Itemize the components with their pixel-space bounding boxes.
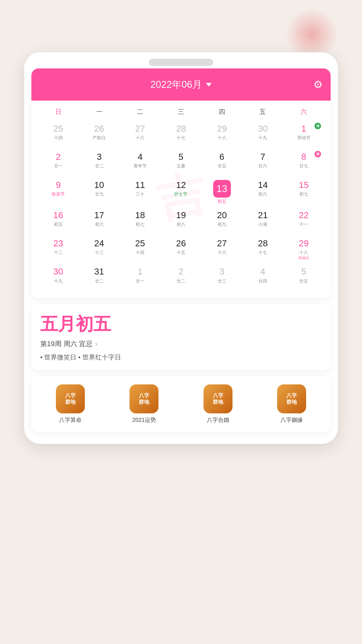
weekday-tue: 二 <box>119 105 160 120</box>
tool-label-4: 八字姻缘 <box>280 417 303 424</box>
day-cell[interactable]: 28十七 <box>160 121 202 149</box>
day-cell[interactable]: 28十七 <box>243 236 284 263</box>
week-info[interactable]: 第19周 周六 宜忌 › <box>40 339 322 349</box>
calendar-header: 2022年06月 ⚙ <box>31 68 331 101</box>
day-cell[interactable]: 21小满 <box>243 208 284 235</box>
day-cell[interactable]: 24十三 <box>79 236 120 263</box>
day-cell[interactable]: 27十六 <box>119 121 160 149</box>
day-cell[interactable]: 5廿五 <box>283 264 324 291</box>
phone-frame: 2022年06月 ⚙ 吉 日 一 二 三 四 五 六 25十四 26产权日 <box>24 52 338 444</box>
day-cell[interactable]: 班 8 廿七 <box>283 149 324 177</box>
day-cell[interactable]: 31廿二 <box>79 264 120 291</box>
day-cell[interactable]: 12护士节 <box>160 178 202 207</box>
day-cell[interactable]: 休 1 劳动节 <box>283 121 324 149</box>
festivals-text: • 世界微笑日 • 世界红十字日 <box>40 353 322 362</box>
day-cell[interactable]: 27十六 <box>202 236 243 263</box>
tools-grid: 八字算命 2021运势 八字合婚 八字姻缘 <box>35 384 327 424</box>
tool-item-2[interactable]: 2021运势 <box>109 384 179 424</box>
status-bar <box>24 52 338 68</box>
week-info-text: 第19周 周六 宜忌 <box>40 339 93 349</box>
weekday-sat: 六 <box>283 105 324 120</box>
day-cell[interactable]: 1廿一 <box>119 264 160 291</box>
tool-icon-4[interactable] <box>277 384 306 413</box>
tool-label-3: 八字合婚 <box>207 417 229 424</box>
weekday-thu: 四 <box>202 105 243 120</box>
workday-badge: 班 <box>315 151 321 157</box>
gear-icon[interactable]: ⚙ <box>313 78 323 91</box>
day-cell[interactable]: 25十四 <box>119 236 160 263</box>
day-cell[interactable]: 22十一 <box>283 208 324 235</box>
calendar-body: 吉 日 一 二 三 四 五 六 25十四 26产权日 27十六 28十七 29十… <box>31 101 331 298</box>
day-cell[interactable]: 29 十八 环保日 <box>283 236 324 263</box>
day-cell[interactable]: 2廿二 <box>160 264 202 291</box>
month-label: 2022年06月 <box>150 78 202 91</box>
day-cell[interactable]: 3廿三 <box>202 264 243 291</box>
today-cell[interactable]: 13 初五 <box>202 178 243 207</box>
day-cell[interactable]: 25十四 <box>38 121 79 149</box>
day-cell[interactable]: 4廿四 <box>243 264 284 291</box>
day-cell[interactable]: 2廿一 <box>38 149 79 177</box>
day-cell[interactable]: 5立夏 <box>160 149 202 177</box>
calendar-grid: 25十四 26产权日 27十六 28十七 29十八 30十九 休 1 劳动节 2… <box>38 121 324 291</box>
day-cell[interactable]: 20初九 <box>202 208 243 235</box>
day-cell[interactable]: 3廿二 <box>79 149 120 177</box>
weekday-mon: 一 <box>79 105 120 120</box>
weekday-wed: 三 <box>160 105 202 120</box>
tool-icon-2[interactable] <box>130 384 158 413</box>
tool-item-4[interactable]: 八字姻缘 <box>257 384 327 424</box>
arrow-right-icon: › <box>95 340 97 348</box>
notch <box>149 59 213 66</box>
tool-label-1: 八字算命 <box>59 417 82 424</box>
day-cell[interactable]: 19初八 <box>160 208 202 235</box>
day-cell[interactable]: 7廿六 <box>243 149 284 177</box>
day-cell[interactable]: 29十八 <box>202 121 243 149</box>
day-cell[interactable]: 16初五 <box>38 208 79 235</box>
lunar-date: 五月初五 <box>40 312 322 336</box>
tools-section: 八字算命 2021运势 八字合婚 八字姻缘 <box>31 376 331 432</box>
day-cell[interactable]: 4青年节 <box>119 149 160 177</box>
day-cell[interactable]: 10廿九 <box>79 178 120 207</box>
day-cell[interactable]: 15初七 <box>283 178 324 207</box>
day-cell[interactable]: 30十九 <box>38 264 79 291</box>
weekdays-row: 日 一 二 三 四 五 六 <box>38 105 324 120</box>
tool-item-3[interactable]: 八字合婚 <box>183 384 253 424</box>
day-cell[interactable]: 14初六 <box>243 178 284 207</box>
day-cell[interactable]: 6廿五 <box>202 149 243 177</box>
day-cell[interactable]: 23十二 <box>38 236 79 263</box>
tool-icon-3[interactable] <box>204 384 232 413</box>
day-cell[interactable]: 9母亲节 <box>38 178 79 207</box>
day-cell[interactable]: 26十五 <box>160 236 202 263</box>
chevron-down-icon[interactable] <box>206 83 212 87</box>
day-cell[interactable]: 11三十 <box>119 178 160 207</box>
weekday-fri: 五 <box>243 105 284 120</box>
day-cell[interactable]: 30十九 <box>243 121 284 149</box>
header-title[interactable]: 2022年06月 <box>150 78 212 91</box>
weekday-sun: 日 <box>38 105 79 120</box>
day-cell[interactable]: 17初六 <box>79 208 120 235</box>
tool-label-2: 2021运势 <box>132 417 156 424</box>
tool-item-1[interactable]: 八字算命 <box>35 384 105 424</box>
tool-icon-1[interactable] <box>56 384 85 413</box>
holiday-badge: 休 <box>315 123 321 129</box>
info-card: 五月初五 第19周 周六 宜忌 › • 世界微笑日 • 世界红十字日 <box>31 304 331 370</box>
day-cell[interactable]: 18初七 <box>119 208 160 235</box>
day-cell[interactable]: 26产权日 <box>79 121 120 149</box>
